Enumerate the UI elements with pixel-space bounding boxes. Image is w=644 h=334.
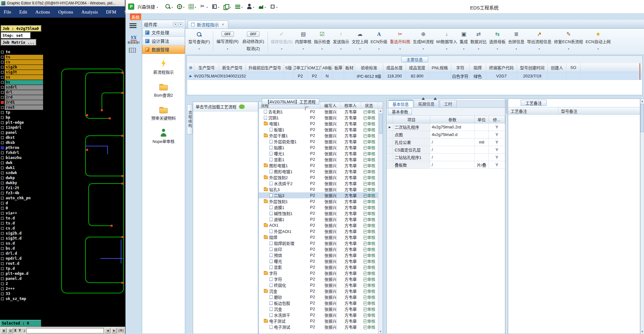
param-value[interactable]: / <box>430 146 475 153</box>
flow-tree-row[interactable]: 显影 P2 张振兴 方韦章 已审核 <box>259 264 378 270</box>
export-flow-info-button[interactable]: 导出流程信息 <box>526 31 553 51</box>
topbar-icon-button[interactable] <box>200 4 208 9</box>
model-query-button[interactable]: 型号查询(F) <box>187 31 211 51</box>
layer-row[interactable]: plt-edge.d <box>0 271 43 276</box>
layer-row[interactable]: sig2b.d <box>0 231 43 236</box>
layer-checkbox[interactable] <box>1 272 4 275</box>
layer-checkbox[interactable] <box>1 227 4 230</box>
select-mother-board-button[interactable]: 选择母板 <box>488 31 507 51</box>
layer-row[interactable]: sig3t.d <box>0 236 43 241</box>
scroll-down-icon[interactable] <box>641 329 644 334</box>
basic-params-tab[interactable]: 基本参数 <box>388 109 412 115</box>
middle-scrollbar[interactable] <box>505 99 508 334</box>
layer-checkbox[interactable] <box>1 66 4 69</box>
system-tab[interactable]: 系统 <box>130 14 141 20</box>
col-unit[interactable]: 单位 <box>475 116 489 123</box>
layer-checkbox[interactable] <box>1 76 4 79</box>
param-value[interactable]: / <box>430 139 475 146</box>
layer-row[interactable]: auto_chk_pn <box>0 195 43 201</box>
menu-item[interactable]: DFM <box>106 9 116 15</box>
layer-checkbox[interactable] <box>1 81 4 84</box>
layer-checkbox[interactable] <box>1 86 4 89</box>
job-matrix-button[interactable]: Job Matrix ... <box>1 39 36 46</box>
main-info-header-cell[interactable]: 订单工厂 <box>293 63 308 72</box>
layer-checkbox[interactable] <box>1 51 4 54</box>
layer-checkbox[interactable] <box>1 277 4 280</box>
flow-tree-row[interactable]: 阻焊 P2 张振兴 方韦章 已审核 <box>259 234 378 240</box>
main-info-header-cell[interactable]: S版 <box>284 63 293 72</box>
param-row[interactable]: 叠板数 / 片/叠 Y <box>387 161 505 169</box>
layer-row[interactable]: 0 <box>0 206 43 211</box>
layer-row[interactable]: panel <box>0 130 43 135</box>
flow-tree-row[interactable]: 钻孔3 P2 张振兴 方韦章 已审核 <box>259 186 378 192</box>
xy-input[interactable] <box>26 328 104 333</box>
keypad-icon[interactable] <box>129 48 136 53</box>
flow-tree-row[interactable]: 去毛刺1 P2 张振兴 方韦章 已审核 <box>259 109 378 115</box>
main-info-header-cell[interactable]: 阻焊 <box>469 63 486 72</box>
layer-row[interactable]: biaozhu <box>0 155 43 160</box>
menu-item[interactable]: Actions <box>35 9 50 15</box>
main-info-header-cell[interactable]: 板厚 <box>333 63 344 72</box>
shortcut-new-flow-instruction[interactable]: 新流程指示 <box>153 59 174 75</box>
main-info-header-cell[interactable]: BOM工厂 <box>308 63 322 72</box>
scroll-thumb[interactable] <box>379 114 382 134</box>
col-process-notes[interactable]: 工艺备注 <box>508 107 558 114</box>
topbar-icon-button[interactable] <box>165 4 174 9</box>
col-writer[interactable]: 编写人 <box>320 102 341 108</box>
layer-row[interactable]: drl.d <box>0 251 43 256</box>
layer-checkbox[interactable] <box>1 161 4 164</box>
layer-row[interactable]: 33 <box>0 291 43 296</box>
section-design-algorithm[interactable]: 设计算法 <box>142 37 185 45</box>
data-compare-button[interactable]: 数据对比 <box>469 31 488 51</box>
tab-basic-info[interactable]: 基本信息 <box>388 100 413 107</box>
flow-tree-row[interactable]: 退膜1 P2 张振兴 方韦章 已审核 <box>259 204 378 210</box>
layer-checkbox[interactable] <box>1 146 4 149</box>
layer-checkbox[interactable] <box>1 106 4 109</box>
repair-ecn-flow-button[interactable]: 修复ECN丢流程 <box>553 31 584 51</box>
layer-checkbox[interactable] <box>1 121 4 124</box>
param-row[interactable]: 二钻钻孔程序1 / Y <box>387 154 505 161</box>
layer-row[interactable]: ss.d <box>0 241 43 246</box>
layer-checkbox[interactable] <box>1 287 4 290</box>
hamburger-icon[interactable] <box>130 23 136 28</box>
main-info-header-cell[interactable]: 字符 <box>451 63 469 72</box>
layout-button[interactable] <box>8 328 13 333</box>
flow-structure-tab[interactable]: 流程结构 <box>187 104 192 134</box>
send-instruction-button[interactable]: 发送指示 <box>331 31 350 51</box>
layer-checkbox[interactable] <box>1 292 4 295</box>
prev-button[interactable] <box>105 328 110 333</box>
scroll-up-icon[interactable] <box>378 109 383 113</box>
layer-row[interactable]: bs <box>0 80 43 85</box>
shortcut-bom-query[interactable]: Bom查询2 <box>154 82 173 98</box>
splitter-icon[interactable] <box>422 96 425 100</box>
topbar-icon-button[interactable] <box>177 4 185 9</box>
modify-toggle[interactable]: OFF <box>247 31 259 37</box>
layer-row[interactable]: fzkdrl <box>0 150 43 155</box>
layer-checkbox[interactable] <box>1 56 4 59</box>
flow-tree-row[interactable]: 水洗烘干2 P2 张振兴 方韦章 已审核 <box>259 180 378 186</box>
internal-audit-button[interactable]: 内部审核 <box>294 31 313 51</box>
flow-tree-row[interactable]: 磨砂 P2 张振兴 方韦章 已审核 <box>259 294 378 300</box>
flow-tree-row[interactable]: 二钻3 P2 张振兴 方韦章 已审核 <box>259 192 378 198</box>
layer-checkbox[interactable] <box>1 297 4 300</box>
layer-row[interactable]: via++ <box>0 211 43 216</box>
topbar-icon-button[interactable] <box>223 4 232 9</box>
layer-checkbox[interactable] <box>1 116 4 119</box>
layer-row[interactable]: bp <box>0 115 43 120</box>
flow-tree-row[interactable]: 外层前处理1 P2 张振兴 方韦章 已审核 <box>259 139 378 144</box>
flow-tree-row[interactable]: 阻焊前处理 P2 张振兴 方韦章 已审核 <box>259 240 378 246</box>
scroll-thumb[interactable] <box>641 104 644 132</box>
layer-checkbox[interactable] <box>1 136 4 139</box>
instruction-check-button[interactable]: 指示检查 <box>313 31 331 51</box>
flow-tree-row[interactable]: 板边包胶 P2 张振兴 方韦章 已审核 <box>259 300 378 306</box>
quick-menu[interactable]: 兴森快捷 <box>137 3 159 10</box>
layer-row[interactable]: szdrl <box>0 85 43 90</box>
flow-tree-row[interactable]: 曝光1 P2 张振兴 方韦章 已审核 <box>259 150 378 156</box>
layer-row[interactable]: szdwk <box>0 170 43 175</box>
menu-item[interactable]: Edit <box>19 9 27 15</box>
layer-row[interactable]: dkst <box>0 135 43 140</box>
collapse-left-icon[interactable] <box>173 22 177 26</box>
layer-checkbox[interactable] <box>1 207 4 210</box>
flow-tree-row[interactable]: 外层干膜1 P2 张振兴 方韦章 已审核 <box>259 133 378 139</box>
main-info-header-cell[interactable]: 生产型号 <box>194 63 219 72</box>
